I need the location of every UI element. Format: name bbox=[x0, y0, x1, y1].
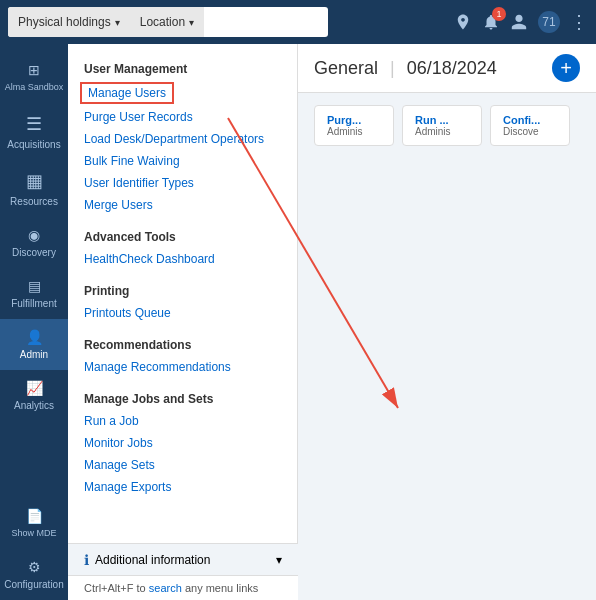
map-pin-icon bbox=[454, 13, 472, 31]
location-chevron-icon: ▾ bbox=[189, 17, 194, 28]
menu-link-merge-users[interactable]: Merge Users bbox=[68, 194, 297, 216]
admin-icon: 👤 bbox=[26, 329, 43, 345]
sidebar-item-configuration[interactable]: ⚙ Configuration bbox=[0, 549, 68, 600]
sidebar-item-label: Fulfillment bbox=[11, 298, 57, 309]
sidebar-item-resources[interactable]: ▦ Resources bbox=[0, 160, 68, 217]
content-date: 06/18/2024 bbox=[407, 58, 497, 79]
help-button[interactable]: 71 bbox=[538, 11, 560, 33]
search-location-button[interactable]: Location ▾ bbox=[130, 7, 204, 37]
content-divider: | bbox=[390, 58, 395, 79]
notification-button[interactable]: 1 bbox=[482, 13, 500, 31]
section-advanced-tools: Advanced Tools bbox=[68, 222, 297, 248]
more-options-button[interactable]: ⋮ bbox=[570, 11, 588, 33]
shortcut-bar: Ctrl+Alt+F to search any menu links bbox=[68, 575, 298, 600]
card-item-1[interactable]: Run ... Adminis bbox=[402, 105, 482, 146]
alma-sandbox-icon: ⊞ bbox=[28, 62, 40, 78]
additional-info-chevron: ▾ bbox=[276, 553, 282, 567]
section-printing: Printing bbox=[68, 276, 297, 302]
fulfillment-icon: ▤ bbox=[28, 278, 41, 294]
analytics-icon: 📈 bbox=[26, 380, 43, 396]
menu-link-load-desk[interactable]: Load Desk/Department Operators bbox=[68, 128, 297, 150]
section-user-management: User Management bbox=[68, 54, 297, 80]
search-input[interactable] bbox=[204, 15, 328, 29]
menu-link-manage-recommendations[interactable]: Manage Recommendations bbox=[68, 356, 297, 378]
sidebar-item-label: Configuration bbox=[4, 579, 63, 590]
acquisitions-icon: ☰ bbox=[26, 113, 42, 135]
card-sub-1: Adminis bbox=[415, 126, 469, 137]
admin-dropdown-menu: User Management Manage Users Purge User … bbox=[68, 44, 298, 600]
header-icons: 1 71 ⋮ bbox=[454, 11, 588, 33]
additional-info-bar[interactable]: ℹ Additional information ▾ bbox=[68, 543, 298, 576]
card-sub-0: Adminis bbox=[327, 126, 381, 137]
sidebar-item-label: Admin bbox=[20, 349, 48, 360]
menu-link-manage-sets[interactable]: Manage Sets bbox=[68, 454, 297, 476]
sidebar-item-label: Discovery bbox=[12, 247, 56, 258]
scope-chevron-icon: ▾ bbox=[115, 17, 120, 28]
sidebar-item-label: Acquisitions bbox=[7, 139, 60, 150]
more-icon: ⋮ bbox=[570, 11, 588, 33]
notification-badge: 1 bbox=[492, 7, 506, 21]
card-item-2[interactable]: Confi... Discove bbox=[490, 105, 570, 146]
info-icon: ℹ bbox=[84, 552, 89, 568]
content-title: General bbox=[314, 58, 378, 79]
menu-link-user-identifier[interactable]: User Identifier Types bbox=[68, 172, 297, 194]
search-location-label: Location bbox=[140, 15, 185, 29]
sidebar-item-label: Alma Sandbox bbox=[5, 82, 64, 93]
sidebar-item-show-mde[interactable]: 📄 Show MDE bbox=[0, 498, 68, 549]
shortcut-search-link[interactable]: search bbox=[149, 582, 182, 594]
sidebar-item-discovery[interactable]: ◉ Discovery bbox=[0, 217, 68, 268]
content-header: General | 06/18/2024 + bbox=[298, 44, 596, 93]
card-title-0: Purg... bbox=[327, 114, 381, 126]
top-header: Physical holdings ▾ Location ▾ 1 bbox=[0, 0, 596, 44]
sidebar-item-fulfillment[interactable]: ▤ Fulfillment bbox=[0, 268, 68, 319]
menu-link-printouts-queue[interactable]: Printouts Queue bbox=[68, 302, 297, 324]
additional-info-label: ℹ Additional information bbox=[84, 552, 210, 568]
menu-link-bulk-fine[interactable]: Bulk Fine Waiving bbox=[68, 150, 297, 172]
configuration-icon: ⚙ bbox=[28, 559, 41, 575]
card-title-1: Run ... bbox=[415, 114, 469, 126]
menu-link-healthcheck[interactable]: HealthCheck Dashboard bbox=[68, 248, 297, 270]
menu-link-manage-users[interactable]: Manage Users bbox=[80, 82, 174, 104]
card-sub-2: Discove bbox=[503, 126, 557, 137]
sidebar-item-alma-sandbox[interactable]: ⊞ Alma Sandbox bbox=[0, 52, 68, 103]
search-scope-label: Physical holdings bbox=[18, 15, 111, 29]
resources-icon: ▦ bbox=[26, 170, 43, 192]
help-label: 71 bbox=[542, 15, 555, 29]
sidebar-item-label: Analytics bbox=[14, 400, 54, 411]
section-recommendations: Recommendations bbox=[68, 330, 297, 356]
search-bar: Physical holdings ▾ Location ▾ bbox=[8, 7, 328, 37]
menu-link-purge-user-records[interactable]: Purge User Records bbox=[68, 106, 297, 128]
search-scope-button[interactable]: Physical holdings ▾ bbox=[8, 7, 130, 37]
user-icon bbox=[510, 13, 528, 31]
main-layout: ⊞ Alma Sandbox ☰ Acquisitions ▦ Resource… bbox=[0, 44, 596, 600]
left-sidebar: ⊞ Alma Sandbox ☰ Acquisitions ▦ Resource… bbox=[0, 44, 68, 600]
section-manage-jobs: Manage Jobs and Sets bbox=[68, 384, 297, 410]
sidebar-item-admin[interactable]: 👤 Admin bbox=[0, 319, 68, 370]
show-mde-icon: 📄 bbox=[26, 508, 43, 524]
sidebar-item-label: Show MDE bbox=[11, 528, 56, 539]
sidebar-item-acquisitions[interactable]: ☰ Acquisitions bbox=[0, 103, 68, 160]
location-icon-button[interactable] bbox=[454, 13, 472, 31]
card-item-0[interactable]: Purg... Adminis bbox=[314, 105, 394, 146]
sidebar-item-label: Resources bbox=[10, 196, 58, 207]
sidebar-bottom: 📄 Show MDE ⚙ Configuration bbox=[0, 498, 68, 600]
main-content: General | 06/18/2024 + Purg... Adminis R… bbox=[298, 44, 596, 600]
menu-link-monitor-jobs[interactable]: Monitor Jobs bbox=[68, 432, 297, 454]
menu-link-run-a-job[interactable]: Run a Job bbox=[68, 410, 297, 432]
shortcut-text: Ctrl+Alt+F to search any menu links bbox=[84, 582, 258, 594]
add-button[interactable]: + bbox=[552, 54, 580, 82]
menu-link-manage-exports[interactable]: Manage Exports bbox=[68, 476, 297, 498]
user-button[interactable] bbox=[510, 13, 528, 31]
discovery-icon: ◉ bbox=[28, 227, 40, 243]
card-title-2: Confi... bbox=[503, 114, 557, 126]
sidebar-item-analytics[interactable]: 📈 Analytics bbox=[0, 370, 68, 421]
cards-row: Purg... Adminis Run ... Adminis Confi...… bbox=[298, 93, 596, 158]
